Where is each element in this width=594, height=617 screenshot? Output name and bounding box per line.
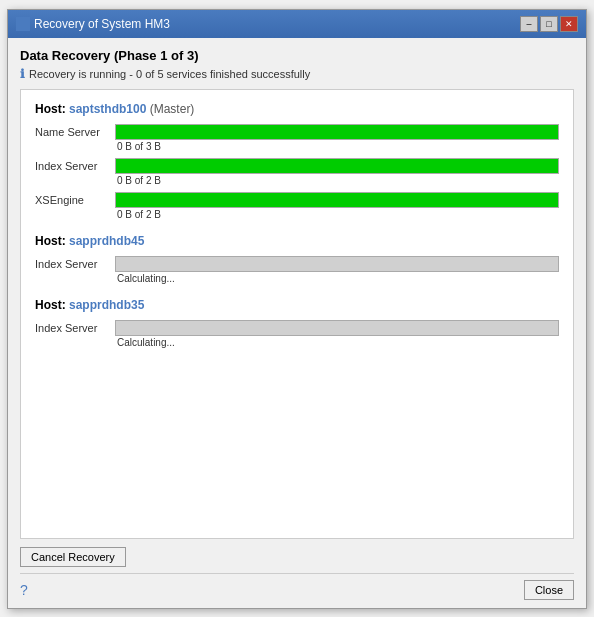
status-row: ℹ Recovery is running - 0 of 5 services … [20, 67, 574, 81]
progress-bar-fill [116, 125, 558, 139]
window-body: Data Recovery (Phase 1 of 3) ℹ Recovery … [8, 38, 586, 608]
service-row: Index Server0 B of 2 B [35, 158, 559, 186]
service-row: Index ServerCalculating... [35, 256, 559, 284]
main-window: Recovery of System HM3 – □ ✕ Data Recove… [7, 9, 587, 609]
cancel-recovery-button[interactable]: Cancel Recovery [20, 547, 126, 567]
host-role: (Master) [150, 102, 195, 116]
host-name: sapprdhdb45 [69, 234, 144, 248]
close-title-button[interactable]: ✕ [560, 16, 578, 32]
progress-bar-wrapper [115, 158, 559, 174]
close-button[interactable]: Close [524, 580, 574, 600]
service-label: Index Server [35, 158, 115, 172]
window-icon [16, 17, 30, 31]
service-label: XSEngine [35, 192, 115, 206]
progress-container: 0 B of 2 B [115, 158, 559, 186]
progress-text: 0 B of 3 B [115, 141, 559, 152]
service-label: Index Server [35, 256, 115, 270]
title-bar-buttons: – □ ✕ [520, 16, 578, 32]
progress-bar-fill [116, 159, 558, 173]
progress-bar-fill [116, 257, 558, 271]
phase-title: Data Recovery (Phase 1 of 3) [20, 48, 574, 63]
host-section: Host: sapprdhdb45Index ServerCalculating… [35, 234, 559, 284]
service-row: Name Server0 B of 3 B [35, 124, 559, 152]
service-row: XSEngine0 B of 2 B [35, 192, 559, 220]
progress-text: Calculating... [115, 273, 559, 284]
progress-container: Calculating... [115, 320, 559, 348]
progress-bar-wrapper [115, 256, 559, 272]
host-title: Host: sapprdhdb35 [35, 298, 559, 312]
host-title: Host: sapprdhdb45 [35, 234, 559, 248]
footer: ? Close [20, 573, 574, 600]
bottom-buttons: Cancel Recovery [20, 547, 574, 567]
service-label: Name Server [35, 124, 115, 138]
progress-text: 0 B of 2 B [115, 209, 559, 220]
title-bar: Recovery of System HM3 – □ ✕ [8, 10, 586, 38]
host-section: Host: sapprdhdb35Index ServerCalculating… [35, 298, 559, 348]
status-text: Recovery is running - 0 of 5 services fi… [29, 68, 310, 80]
progress-bar-wrapper [115, 192, 559, 208]
service-label: Index Server [35, 320, 115, 334]
header-section: Data Recovery (Phase 1 of 3) ℹ Recovery … [20, 48, 574, 81]
progress-bar-fill [116, 193, 558, 207]
progress-container: Calculating... [115, 256, 559, 284]
minimize-button[interactable]: – [520, 16, 538, 32]
service-row: Index ServerCalculating... [35, 320, 559, 348]
host-title: Host: saptsthdb100 (Master) [35, 102, 559, 116]
progress-bar-wrapper [115, 124, 559, 140]
progress-bar-wrapper [115, 320, 559, 336]
help-icon[interactable]: ? [20, 582, 28, 598]
progress-bar-fill [116, 321, 558, 335]
host-name: sapprdhdb35 [69, 298, 144, 312]
host-name: saptsthdb100 [69, 102, 146, 116]
host-section: Host: saptsthdb100 (Master)Name Server0 … [35, 102, 559, 220]
progress-container: 0 B of 2 B [115, 192, 559, 220]
window-title: Recovery of System HM3 [34, 17, 170, 31]
progress-text: 0 B of 2 B [115, 175, 559, 186]
info-icon: ℹ [20, 67, 25, 81]
progress-text: Calculating... [115, 337, 559, 348]
maximize-button[interactable]: □ [540, 16, 558, 32]
main-panel: Host: saptsthdb100 (Master)Name Server0 … [20, 89, 574, 539]
progress-container: 0 B of 3 B [115, 124, 559, 152]
